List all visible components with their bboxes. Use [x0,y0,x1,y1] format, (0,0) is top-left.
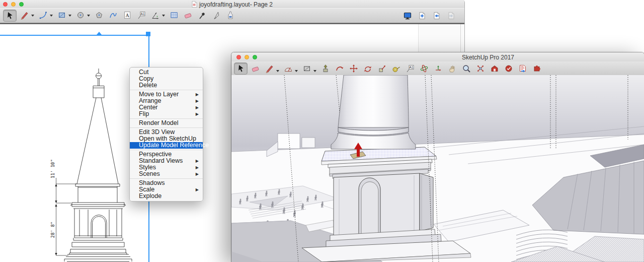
zoom-extents-tool[interactable] [474,63,487,74]
menu-item-explode[interactable]: Explode [130,193,203,200]
sketchup-viewport[interactable] [231,75,644,262]
freehand-icon [109,11,118,20]
rotate-tool[interactable] [361,63,374,74]
text-tool[interactable]: A [121,10,133,21]
follow-me-tool[interactable] [333,63,346,74]
circle-tool[interactable] [74,10,87,21]
zoom-button[interactable] [253,55,257,59]
add-page-tool[interactable] [416,10,428,21]
sketchup-titlebar[interactable]: SketchUp Pro 2017 [231,52,644,62]
dimension-dropdown-caret[interactable] [162,15,165,17]
select-tool[interactable] [3,10,17,22]
arc-dropdown-caret[interactable] [50,15,53,17]
zoom-tool[interactable] [460,63,472,74]
menu-separator [130,127,203,128]
rectangle-dropdown-caret[interactable] [313,70,316,72]
pan-tool[interactable] [446,63,458,74]
extension-warehouse-tool[interactable] [530,63,543,74]
zoom-icon [462,64,471,73]
text-icon: A [123,11,132,20]
document-icon [192,1,197,8]
menu-item-flip[interactable]: Flip▶ [130,111,203,117]
circle-dropdown-caret[interactable] [87,15,90,17]
rectangle-tool[interactable] [300,63,313,74]
menu-item-update-model-reference[interactable]: Update Model Reference [130,142,203,149]
eraser-tool[interactable] [182,10,194,21]
arc-icon [284,64,293,73]
context-menu: CutCopyDeleteMove to Layer▶Arrange▶Cente… [129,67,203,202]
push-pull-tool[interactable] [319,63,332,74]
tape-measure-tool[interactable] [389,63,402,74]
menu-item-label: Update Model Reference [139,142,209,149]
line-dropdown-caret[interactable] [276,70,279,72]
table-tool[interactable] [168,10,180,21]
selection-mid-handle[interactable] [97,32,102,35]
3d-warehouse-tool[interactable] [488,63,501,74]
rectangle-tool[interactable] [55,10,68,21]
pan-icon [448,64,457,73]
select-tool[interactable] [234,62,248,75]
start-presentation-tool[interactable] [401,10,414,21]
dimension-tool[interactable] [149,10,162,21]
orbit-tool[interactable] [418,63,430,74]
previous-page-tool[interactable] [430,10,443,21]
scale-tool[interactable] [375,63,388,74]
menu-item-label: Render Model [139,120,199,126]
send-to-layout-tool[interactable] [516,63,529,74]
orbit-icon [420,64,429,73]
layout-toolbar: AA1 [0,8,464,23]
position-camera-tool[interactable] [432,63,444,74]
zoom-extents-icon [476,64,485,73]
join-tool[interactable] [224,10,236,21]
submenu-arrow-icon: ▶ [196,104,199,111]
polygon-tool[interactable] [93,10,105,21]
sketchup-3d-scene [231,75,644,262]
label-icon: A1 [137,11,146,20]
eraser-icon [184,11,193,20]
line-tool[interactable] [18,10,31,21]
layout-titlebar[interactable]: joyofdrafting.layout- Page 2 [0,0,464,9]
freehand-tool[interactable] [107,10,119,21]
menu-item-label: Scenes [139,171,192,177]
move-tool[interactable] [347,63,360,74]
layout-window-title: joyofdrafting.layout- Page 2 [0,1,464,8]
submenu-arrow-icon: ▶ [196,186,199,193]
steeple-linework [64,69,132,261]
close-button[interactable] [236,55,241,59]
menu-item-render-model[interactable]: Render Model [130,120,203,126]
split-tool[interactable] [210,10,222,21]
line-dropdown-caret[interactable] [31,15,34,17]
select-icon [236,64,246,73]
line-tool[interactable] [263,63,276,74]
menu-separator [130,150,203,150]
share-model-tool[interactable] [502,63,515,74]
selection-bounds-top [0,35,149,36]
submenu-arrow-icon: ▶ [196,111,199,117]
menu-item-delete[interactable]: Delete [130,82,203,89]
arc-tool[interactable] [282,63,294,74]
rectangle-icon [302,64,311,73]
svg-text:A: A [125,13,129,18]
arc-dropdown-caret[interactable] [295,70,298,72]
menu-item-label: Explode [139,193,199,200]
rectangle-dropdown-caret[interactable] [68,15,71,17]
sketchup-window-title: SketchUp Pro 2017 [453,54,523,61]
arc-tool[interactable] [37,10,49,21]
style-eyedropper-tool[interactable] [196,10,208,21]
submenu-arrow-icon: ▶ [196,91,199,98]
submenu-arrow-icon: ▶ [196,158,199,164]
text-tool[interactable]: A1 [404,63,416,74]
follow-me-icon [335,64,344,73]
table-icon [170,11,179,20]
text-icon: A1 [406,64,415,73]
minimize-button[interactable] [245,55,249,59]
send-to-layout-icon [518,64,527,73]
rotate-icon [363,64,372,73]
selection-corner-handle[interactable] [146,32,150,36]
eraser-tool[interactable] [249,63,262,74]
menu-item-scenes[interactable]: Scenes▶ [130,171,203,177]
window-controls [236,55,257,59]
label-tool[interactable]: A1 [135,10,147,21]
dimension-label-lower: 28' 8" [50,222,55,238]
next-page-tool[interactable] [445,10,457,21]
